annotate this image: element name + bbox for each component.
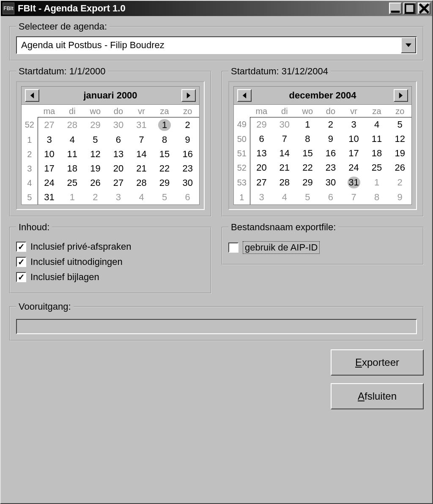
calendar-day[interactable]: 1 (365, 175, 389, 190)
calendar-day[interactable]: 22 (296, 161, 319, 175)
calendar-day[interactable]: 28 (273, 175, 296, 190)
calendar-day[interactable]: 17 (342, 146, 365, 161)
calendar-right-next[interactable] (394, 89, 408, 102)
calendar-day[interactable]: 8 (153, 133, 176, 147)
calendar-day[interactable]: 27 (107, 176, 130, 190)
calendar-day[interactable]: 6 (250, 132, 273, 146)
calendar-day[interactable]: 29 (84, 117, 107, 133)
minimize-button[interactable] (389, 3, 402, 14)
calendar-day[interactable]: 13 (107, 147, 130, 161)
calendar-day[interactable]: 3 (107, 190, 130, 204)
calendar-day[interactable]: 12 (388, 132, 411, 146)
calendar-left-next[interactable] (181, 89, 196, 102)
calendar-day[interactable]: 19 (84, 161, 107, 176)
calendar-day[interactable]: 23 (176, 161, 199, 176)
calendar-day[interactable]: 6 (107, 133, 130, 147)
calendar-day[interactable]: 29 (250, 117, 273, 132)
calendar-day[interactable]: 5 (84, 133, 107, 147)
calendar-day[interactable]: 10 (38, 147, 61, 161)
calendar-day[interactable]: 14 (130, 147, 153, 161)
calendar-day[interactable]: 27 (250, 175, 273, 190)
calendar-day[interactable]: 4 (273, 190, 296, 204)
calendar-day[interactable]: 2 (319, 117, 343, 132)
calendar-day[interactable]: 7 (130, 133, 153, 147)
dropdown-button[interactable] (401, 37, 416, 53)
calendar-day[interactable]: 7 (342, 190, 365, 204)
calendar-day[interactable]: 21 (273, 161, 296, 175)
calendar-day[interactable]: 12 (84, 147, 107, 161)
calendar-day[interactable]: 21 (130, 161, 153, 176)
calendar-day[interactable]: 13 (250, 146, 273, 161)
calendar-day[interactable]: 15 (153, 147, 176, 161)
calendar-day[interactable]: 18 (61, 161, 84, 176)
calendar-day[interactable]: 30 (319, 175, 343, 190)
calendar-day[interactable]: 2 (84, 190, 107, 204)
calendar-day[interactable]: 28 (61, 117, 84, 133)
calendar-day[interactable]: 1 (153, 117, 176, 133)
calendar-day[interactable]: 11 (61, 147, 84, 161)
calendar-day[interactable]: 30 (273, 117, 296, 132)
calendar-day[interactable]: 1 (61, 190, 84, 204)
close-button[interactable] (418, 3, 430, 14)
calendar-day[interactable]: 6 (176, 190, 199, 204)
calendar-right-grid[interactable]: madiwodovrzazo49293012345506789101112511… (234, 105, 411, 204)
calendar-day[interactable]: 18 (365, 146, 389, 161)
inhoud-checkbox[interactable] (16, 272, 26, 282)
calendar-day[interactable]: 3 (250, 190, 273, 204)
calendar-day[interactable]: 5 (296, 190, 319, 204)
calendar-day[interactable]: 20 (107, 161, 130, 176)
calendar-day[interactable]: 26 (84, 176, 107, 190)
calendar-right-prev[interactable] (237, 89, 252, 102)
calendar-day[interactable]: 9 (319, 132, 343, 146)
calendar-day[interactable]: 9 (388, 190, 411, 204)
calendar-day[interactable]: 27 (38, 117, 61, 133)
calendar-day[interactable]: 31 (130, 117, 153, 133)
calendar-day[interactable]: 19 (388, 146, 411, 161)
calendar-day[interactable]: 31 (342, 175, 365, 190)
calendar-day[interactable]: 26 (388, 161, 411, 175)
calendar-day[interactable]: 22 (153, 161, 176, 176)
calendar-day[interactable]: 5 (388, 117, 411, 132)
calendar-day[interactable]: 30 (107, 117, 130, 133)
calendar-day[interactable]: 24 (342, 161, 365, 175)
inhoud-checkbox[interactable] (16, 242, 26, 252)
calendar-day[interactable]: 25 (61, 176, 84, 190)
calendar-day[interactable]: 15 (296, 146, 319, 161)
calendar-day[interactable]: 16 (319, 146, 343, 161)
inhoud-checkbox[interactable] (16, 257, 26, 267)
aip-id-checkbox[interactable] (228, 242, 238, 253)
calendar-day[interactable]: 8 (296, 132, 319, 146)
calendar-day[interactable]: 24 (38, 176, 61, 190)
calendar-day[interactable]: 30 (176, 176, 199, 190)
calendar-day[interactable]: 23 (319, 161, 343, 175)
close-app-button[interactable]: Afsluiten (331, 383, 424, 409)
calendar-day[interactable]: 25 (365, 161, 389, 175)
calendar-day[interactable]: 4 (365, 117, 389, 132)
calendar-day[interactable]: 29 (153, 176, 176, 190)
calendar-day[interactable]: 4 (130, 190, 153, 204)
calendar-day[interactable]: 31 (38, 190, 61, 204)
maximize-button[interactable] (403, 3, 416, 14)
calendar-day[interactable]: 6 (319, 190, 343, 204)
calendar-day[interactable]: 5 (153, 190, 176, 204)
calendar-day[interactable]: 3 (38, 133, 61, 147)
calendar-day[interactable]: 8 (365, 190, 389, 204)
agenda-dropdown[interactable]: Agenda uit Postbus - Filip Boudrez (16, 36, 417, 54)
calendar-day[interactable]: 3 (342, 117, 365, 132)
calendar-left-prev[interactable] (25, 89, 39, 102)
calendar-left-grid[interactable]: madiwodovrzazo52272829303112134567892101… (22, 105, 199, 204)
calendar-day[interactable]: 14 (273, 146, 296, 161)
calendar-day[interactable]: 20 (250, 161, 273, 175)
calendar-day[interactable]: 11 (365, 132, 389, 146)
calendar-day[interactable]: 4 (61, 133, 84, 147)
calendar-day[interactable]: 16 (176, 147, 199, 161)
calendar-day[interactable]: 7 (273, 132, 296, 146)
calendar-day[interactable]: 2 (176, 117, 199, 133)
calendar-day[interactable]: 10 (342, 132, 365, 146)
calendar-day[interactable]: 1 (296, 117, 319, 132)
calendar-day[interactable]: 9 (176, 133, 199, 147)
calendar-day[interactable]: 17 (38, 161, 61, 176)
calendar-day[interactable]: 29 (296, 175, 319, 190)
calendar-day[interactable]: 2 (388, 175, 411, 190)
export-button[interactable]: Exporteer (331, 349, 424, 376)
